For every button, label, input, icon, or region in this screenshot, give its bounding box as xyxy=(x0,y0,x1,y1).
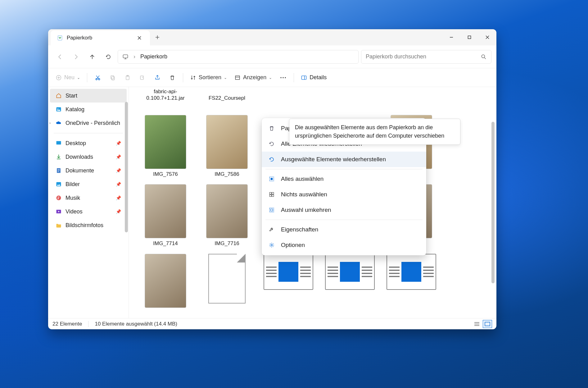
svg-rect-26 xyxy=(485,322,490,326)
sidebar-item-start[interactable]: Start xyxy=(50,89,127,103)
videos-icon xyxy=(56,208,62,215)
file-item[interactable]: IMG_7716 xyxy=(200,184,254,247)
sidebar-item-musik[interactable]: Musik 📌 xyxy=(50,191,127,205)
file-name: IMG_7576 xyxy=(153,171,178,177)
menu-item-invert-selection[interactable]: Auswahl umkehren xyxy=(262,202,426,218)
copy-button[interactable] xyxy=(106,71,120,84)
svg-rect-33 xyxy=(269,208,274,212)
file-item[interactable] xyxy=(138,254,193,308)
svg-point-35 xyxy=(271,244,273,246)
menu-separator xyxy=(265,169,423,169)
address-row: › Papierkorb xyxy=(48,45,496,68)
forward-button[interactable] xyxy=(69,50,83,64)
refresh-button[interactable] xyxy=(102,50,115,64)
sidebar-item-videos[interactable]: Videos 📌 xyxy=(50,205,127,218)
sidebar-item-bildschirmfotos[interactable]: Bildschirmfotos xyxy=(50,218,127,232)
sidebar-item-onedrive[interactable]: › OneDrive - Persönlich xyxy=(50,116,127,130)
restore-all-icon xyxy=(268,141,275,147)
sidebar-item-katalog[interactable]: Katalog xyxy=(50,103,127,116)
sidebar-item-desktop[interactable]: Desktop 📌 xyxy=(50,136,127,150)
menu-item-label: Ausgewählte Elemente wiederherstellen xyxy=(281,156,386,163)
file-item[interactable]: IMG_7714 xyxy=(138,184,193,247)
share-button[interactable] xyxy=(151,71,164,84)
chevron-right-icon: › xyxy=(133,53,135,60)
file-item[interactable] xyxy=(323,254,377,308)
sidebar: Start Katalog › OneDrive - Persönlich De… xyxy=(48,87,129,318)
desktop-icon xyxy=(56,140,62,146)
tooltip: Die ausgewählten Elemente aus dem Papier… xyxy=(289,119,460,145)
music-icon xyxy=(56,195,62,201)
chevron-down-icon: ⌄ xyxy=(77,75,80,80)
active-tab[interactable]: Papierkorb xyxy=(51,30,150,45)
svg-point-18 xyxy=(57,109,58,110)
file-item[interactable] xyxy=(384,254,439,308)
sidebar-item-label: OneDrive - Persönlich xyxy=(66,120,120,126)
more-button[interactable] xyxy=(276,71,290,84)
search-input[interactable] xyxy=(366,53,481,60)
sidebar-item-downloads[interactable]: Downloads 📌 xyxy=(50,150,127,164)
image-thumbnail xyxy=(206,184,248,238)
documents-icon xyxy=(56,167,62,174)
rename-button[interactable] xyxy=(136,71,149,84)
details-pane-button[interactable]: Details xyxy=(298,71,330,84)
menu-item-restore-selected[interactable]: Ausgewählte Elemente wiederherstellen xyxy=(262,152,426,167)
breadcrumb-location[interactable]: Papierkorb xyxy=(140,53,167,60)
menu-item-options[interactable]: Optionen xyxy=(262,237,426,253)
close-button[interactable] xyxy=(478,29,496,45)
sidebar-scrollbar[interactable] xyxy=(125,102,128,232)
search-box[interactable] xyxy=(361,50,491,64)
paste-button[interactable] xyxy=(121,71,134,84)
svg-rect-2 xyxy=(123,55,128,58)
shortcut-thumbnail xyxy=(264,254,313,290)
file-item[interactable]: IMG_7576 xyxy=(138,115,193,177)
tab-close-button[interactable] xyxy=(135,34,144,42)
sidebar-item-label: Musik xyxy=(66,195,80,201)
content-scrollbar[interactable] xyxy=(491,122,495,283)
details-view-button[interactable] xyxy=(472,320,482,328)
pin-icon: 📌 xyxy=(116,141,121,146)
maximize-button[interactable] xyxy=(460,29,478,45)
file-name: IMG_7714 xyxy=(153,240,178,247)
view-label: Anzeigen xyxy=(243,74,266,81)
file-item[interactable]: IMG_7586 xyxy=(200,115,254,177)
minimize-button[interactable] xyxy=(442,29,460,45)
chevron-right-icon[interactable]: › xyxy=(49,121,51,125)
menu-item-properties[interactable]: Eigenschaften xyxy=(262,222,426,237)
file-name: IMG_7716 xyxy=(215,240,239,247)
new-button[interactable]: Neu ⌄ xyxy=(52,71,83,84)
sidebar-item-label: Bilder xyxy=(66,181,80,188)
pin-icon: 📌 xyxy=(116,209,121,214)
menu-item-label: Optionen xyxy=(281,242,305,249)
monitor-icon xyxy=(122,54,129,60)
svg-rect-7 xyxy=(112,76,115,80)
delete-button[interactable] xyxy=(165,71,179,84)
gear-icon xyxy=(268,242,275,248)
pin-icon: 📌 xyxy=(116,195,121,200)
sidebar-item-bilder[interactable]: Bilder 📌 xyxy=(50,177,127,191)
sidebar-item-label: Katalog xyxy=(66,106,84,113)
sidebar-item-dokumente[interactable]: Dokumente 📌 xyxy=(50,164,127,177)
file-item[interactable]: FS22_Coursepl xyxy=(200,87,254,101)
menu-item-select-all[interactable]: Alles auswählen xyxy=(262,171,426,187)
new-label: Neu xyxy=(64,74,75,81)
pin-icon: 📌 xyxy=(116,168,121,173)
menu-item-select-none[interactable]: Nichts auswählen xyxy=(262,187,426,202)
svg-rect-16 xyxy=(302,76,306,80)
cut-button[interactable] xyxy=(91,71,105,84)
up-button[interactable] xyxy=(85,50,99,64)
file-item[interactable] xyxy=(261,254,316,308)
thumbnails-view-button[interactable] xyxy=(483,320,492,328)
back-button[interactable] xyxy=(53,50,67,64)
sort-button[interactable]: Sortieren ⌄ xyxy=(187,71,230,84)
menu-item-label: Alles auswählen xyxy=(281,176,323,182)
tooltip-text: Die ausgewählten Elemente aus dem Papier… xyxy=(295,124,444,139)
new-tab-button[interactable] xyxy=(150,29,165,45)
sidebar-item-label: Start xyxy=(66,93,77,99)
file-item[interactable] xyxy=(200,254,254,308)
address-bar[interactable]: › Papierkorb xyxy=(118,50,359,64)
svg-rect-32 xyxy=(272,195,274,197)
view-button[interactable]: Anzeigen ⌄ xyxy=(231,71,275,84)
sidebar-item-label: Bildschirmfotos xyxy=(66,222,103,229)
file-item[interactable]: fabric-api-0.100.7+1.21.jar xyxy=(138,87,193,101)
svg-rect-30 xyxy=(272,192,274,194)
